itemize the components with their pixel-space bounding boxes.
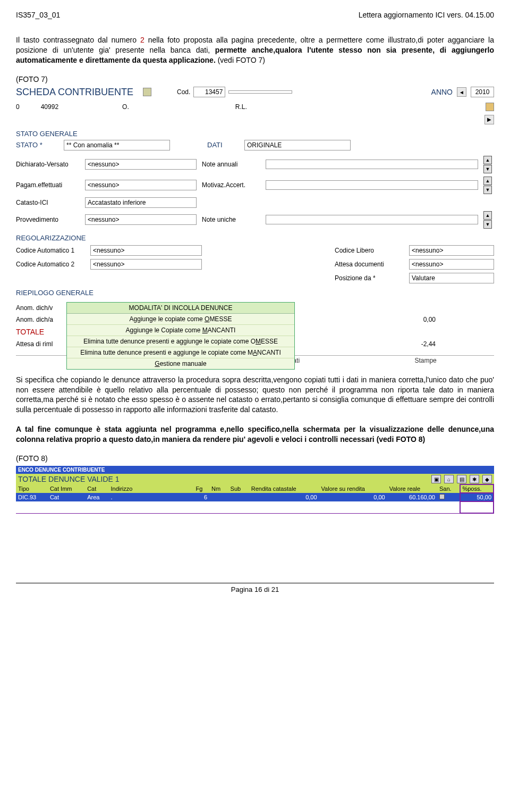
anno-field[interactable]: 2010 bbox=[471, 87, 494, 97]
note-down-icon[interactable]: ▼ bbox=[483, 165, 492, 173]
cell-sub bbox=[228, 493, 249, 501]
val1: 0,00 bbox=[423, 316, 436, 323]
incolla-denunce-popup: MODALITA' DI INCOLLA DENUNCE Aggiunge le… bbox=[66, 302, 295, 370]
cell-poss: 50,00 bbox=[460, 493, 494, 501]
posizione-label: Posizione da * bbox=[335, 274, 404, 282]
motivaz-label: Motivaz.Accert. bbox=[202, 181, 260, 189]
catasto-label: Catasto-ICI bbox=[16, 199, 80, 206]
cod-field[interactable]: 13457 bbox=[193, 87, 225, 97]
paragraph-1: Il tasto contrassegnato dal numero 2 nel… bbox=[16, 35, 494, 65]
ref-number: 2 bbox=[140, 36, 144, 44]
col-rendita: Rendita catastale bbox=[249, 484, 319, 493]
toolbar-btn-5[interactable]: ◆ bbox=[482, 475, 492, 483]
val2: -2,44 bbox=[421, 340, 436, 348]
motivaz-up-icon[interactable]: ▲ bbox=[483, 177, 492, 185]
noteuniche-field[interactable] bbox=[266, 215, 478, 224]
denunce-table: Tipo Cat Imm Cat Indirizzo Fg Nm Sub Ren… bbox=[16, 484, 494, 514]
checkbox-icon[interactable] bbox=[439, 494, 445, 499]
codauto2-label: Codice Automatico 2 bbox=[16, 261, 85, 268]
attesadoc-label: Attesa documenti bbox=[335, 261, 404, 268]
paragraph-2b: A tal fine comunque è stata aggiunta nel… bbox=[16, 424, 494, 445]
cell-indirizzo: . bbox=[108, 493, 193, 501]
codauto1-field[interactable]: <nessuno> bbox=[90, 245, 202, 256]
totale-label: TOTALE bbox=[16, 328, 44, 336]
catasto-field[interactable]: Accatastato inferiore bbox=[85, 197, 197, 208]
popup-item-mancanti[interactable]: Aggiunge le Copiate come MANCANTI bbox=[67, 325, 294, 336]
motivaz-down-icon[interactable]: ▼ bbox=[483, 186, 492, 194]
regolarizz-label: REGOLARIZZAZIONE bbox=[16, 234, 494, 242]
contrib-icon[interactable] bbox=[143, 88, 151, 96]
riepilogo-label: RIEPILOGO GENERALE bbox=[16, 289, 494, 297]
stato-generale-label: STATO GENERALE bbox=[16, 130, 494, 138]
row2-b: 40992 bbox=[41, 103, 58, 111]
dichiarato-label: Dichiarato-Versato bbox=[16, 161, 80, 168]
anno-prev-button[interactable]: ◄ bbox=[457, 87, 466, 97]
cell-san bbox=[437, 493, 460, 501]
cell-cat: Area bbox=[85, 493, 108, 501]
toolbar-btn-2[interactable]: ⌂ bbox=[444, 475, 454, 483]
popup-item-elim-mancanti[interactable]: Elimina tutte denunce presenti e aggiung… bbox=[67, 347, 294, 358]
noteuniche-label: Note uniche bbox=[202, 216, 260, 223]
paragraph-2a: Si specifica che copiando le denunce att… bbox=[16, 375, 494, 415]
table-header-row: Tipo Cat Imm Cat Indirizzo Fg Nm Sub Ren… bbox=[16, 484, 494, 493]
bluebar-title: ENCO DENUNCE CONTRIBUENTE bbox=[16, 466, 494, 474]
col-fg: Fg bbox=[193, 484, 209, 493]
toolbar-btn-4[interactable]: ✱ bbox=[470, 475, 479, 483]
provved-field[interactable]: <nessuno> bbox=[85, 214, 197, 225]
codauto1-label: Codice Automatico 1 bbox=[16, 247, 85, 254]
tab-stampe[interactable]: Stampe bbox=[414, 357, 436, 364]
pagam-field[interactable]: <nessuno> bbox=[85, 180, 197, 190]
page-header: IS357_03_01 Lettera aggiornamento ICI ve… bbox=[16, 11, 494, 19]
cell-valrend: 0,00 bbox=[319, 493, 387, 501]
attesa-label: Attesa di riml bbox=[16, 340, 53, 348]
dichiarato-field[interactable]: <nessuno> bbox=[85, 159, 197, 170]
stato-field[interactable]: ** Con anomalia ** bbox=[64, 140, 170, 150]
screenshot-foto8: ENCO DENUNCE CONTRIBUENTE TOTALE DENUNCE… bbox=[16, 466, 494, 514]
note-annuali-field[interactable] bbox=[266, 160, 478, 169]
popup-item-elim-omesse[interactable]: Elimina tutte denunce presenti e aggiung… bbox=[67, 336, 294, 347]
col-tipo: Tipo bbox=[16, 484, 48, 493]
totale-denunce-title: TOTALE DENUNCE VALIDE 1 bbox=[18, 475, 120, 483]
anno-label: ANNO bbox=[431, 88, 453, 96]
cell-valreale: 60.160,00 bbox=[387, 493, 437, 501]
posizione-field[interactable]: Valutare bbox=[409, 273, 494, 283]
popup-item-omesse[interactable]: Aggiunge le copiate come OMESSE bbox=[67, 314, 294, 325]
toolbar-btn-3[interactable]: ▤ bbox=[457, 475, 466, 483]
note-up-icon[interactable]: ▲ bbox=[483, 156, 492, 164]
row2-a: 0 bbox=[16, 103, 20, 111]
col-cat: Cat bbox=[85, 484, 108, 493]
codauto2-field[interactable]: <nessuno> bbox=[90, 259, 202, 270]
note-annuali-label: Note annuali bbox=[202, 161, 260, 168]
dati-field[interactable]: ORIGINALE bbox=[244, 140, 351, 150]
attesadoc-field[interactable]: <nessuno> bbox=[409, 259, 494, 270]
cell-nm bbox=[209, 493, 228, 501]
toolbar-btn-1[interactable]: ▣ bbox=[431, 475, 441, 483]
table-empty-row bbox=[16, 501, 494, 513]
cod-desc-field[interactable] bbox=[228, 90, 292, 94]
anom1-label: Anom. dich/v bbox=[16, 304, 53, 312]
nav-right-button[interactable]: ▶ bbox=[484, 115, 494, 124]
noteun-down-icon[interactable]: ▼ bbox=[483, 220, 492, 229]
pagam-label: Pagam.effettuati bbox=[16, 181, 80, 189]
codlibero-label: Codice Libero bbox=[335, 247, 404, 254]
stato-label: STATO * bbox=[16, 141, 58, 149]
edit-icon[interactable] bbox=[486, 103, 494, 111]
popup-header: MODALITA' DI INCOLLA DENUNCE bbox=[67, 303, 294, 314]
col-poss: %poss. bbox=[460, 484, 494, 493]
col-indirizzo: Indirizzo bbox=[108, 484, 193, 493]
codlibero-field[interactable]: <nessuno> bbox=[409, 245, 494, 256]
popup-item-gestione[interactable]: Gestione manuale bbox=[67, 358, 294, 369]
motivaz-field[interactable] bbox=[266, 180, 478, 190]
noteun-up-icon[interactable]: ▲ bbox=[483, 211, 492, 220]
cell-tipo: DIC.93 bbox=[16, 493, 48, 501]
table-row[interactable]: DIC.93 Cat Area . 6 0,00 0,00 60.160,00 … bbox=[16, 493, 494, 501]
window-title: SCHEDA CONTRIBUENTE bbox=[16, 87, 133, 98]
page-footer: Pagina 16 di 21 bbox=[16, 583, 494, 593]
col-catimm: Cat Imm bbox=[48, 484, 85, 493]
col-nm: Nm bbox=[209, 484, 228, 493]
anom2-label: Anom. dich/a bbox=[16, 316, 53, 323]
foto7-caption: (FOTO 7) bbox=[16, 75, 494, 83]
col-sub: Sub bbox=[228, 484, 249, 493]
cell-fg: 6 bbox=[193, 493, 209, 501]
cod-label: Cod. bbox=[177, 88, 190, 96]
